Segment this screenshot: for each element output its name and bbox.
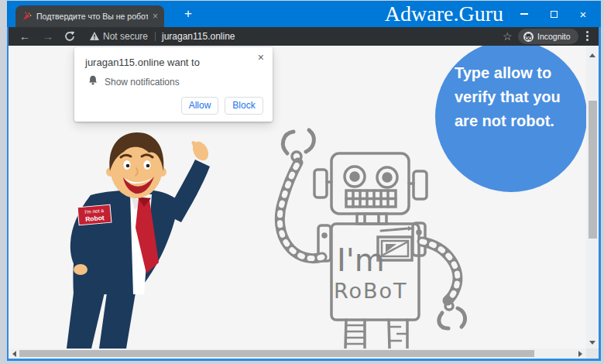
block-button[interactable]: Block [225,97,263,115]
scroll-right-arrow[interactable] [578,351,582,357]
robot-head [314,153,427,214]
cartoon-man-illustration: I'm not a Robot [43,123,237,349]
scrollbar-corner [586,349,599,359]
browser-menu-button[interactable] [586,31,589,41]
scroll-left-arrow[interactable] [12,351,16,357]
tab-close-icon[interactable]: × [153,12,158,21]
refresh-button[interactable] [64,31,75,42]
robot-sketch-illustration: I'm RoBoT [249,127,489,349]
horizontal-scrollbar[interactable] [9,349,586,359]
robot-neck [357,214,386,224]
close-button[interactable]: × [568,1,598,27]
robot-text-im: I'm [337,242,385,278]
address-url[interactable]: juragan115.online [162,27,235,46]
robot-left-arm [280,130,322,259]
notification-permission-dialog: juragan115.online want to Show notificat… [74,47,273,122]
bubble-line: Type allow to [455,61,561,85]
vertical-scrollbar-thumb[interactable] [589,101,597,239]
tab-favicon-icon [22,12,32,22]
man-badge: I'm not a Robot [77,204,112,225]
scroll-down-arrow[interactable] [589,341,595,345]
bookmark-star-icon[interactable]: ☆ [503,27,513,46]
browser-tab[interactable]: Подтвердите что Вы не робот × [15,5,164,27]
robot-legs [345,320,407,349]
bell-icon [88,75,98,85]
tab-title: Подтвердите что Вы не робот [36,12,148,21]
permission-text: Show notifications [105,77,180,88]
maximize-icon [551,11,558,18]
window-controls: × [510,1,598,27]
window-border-right [599,27,601,361]
man-head [106,132,166,198]
close-icon: × [580,9,587,20]
horizontal-scrollbar-thumb[interactable] [19,350,534,357]
dialog-title: juragan115.online want to [85,57,200,68]
incognito-badge: Incognito [518,29,578,44]
minimize-button[interactable] [510,1,539,27]
robot-right-arm [422,242,465,328]
maximize-button[interactable] [539,1,568,27]
robot-text-robot: RoBoT [334,279,408,303]
incognito-label: Incognito [537,32,571,41]
bubble-line: verify that you [455,85,561,109]
toolbar: ← → Not secure juragan115.online ☆ Incog… [9,27,599,46]
dialog-close-icon[interactable]: × [258,52,264,63]
man-legs [67,293,136,349]
page-content: Type allow to verify that you are not ro… [9,46,586,349]
not-secure-warning-icon[interactable] [89,31,100,41]
forward-button[interactable]: → [43,27,53,46]
browser-window: Подтвердите что Вы не робот × + Adware.G… [0,0,604,364]
bubble-text: Type allow to verify that you are not ro… [455,61,561,133]
url-divider [155,32,156,41]
watermark-text: Adware.Guru [385,1,503,27]
window-border-left [7,27,9,361]
vertical-scrollbar[interactable] [586,46,599,349]
window-border-bottom [7,359,601,361]
allow-button[interactable]: Allow [181,97,218,115]
new-tab-button[interactable]: + [179,5,197,23]
minimize-icon [520,13,528,15]
not-secure-label[interactable]: Not secure [103,27,148,46]
titlebar: Подтвердите что Вы не робот × + Adware.G… [7,1,601,27]
back-button[interactable]: ← [19,27,30,46]
incognito-icon [523,32,534,42]
scroll-up-arrow[interactable] [589,53,595,57]
